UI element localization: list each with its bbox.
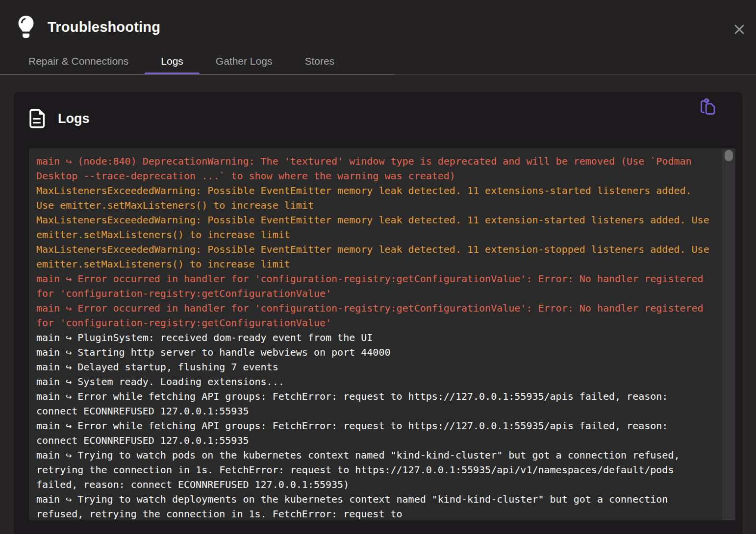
copy-logs-button[interactable] bbox=[697, 96, 719, 118]
tab-logs[interactable]: Logs bbox=[145, 48, 200, 74]
log-line: main ↪ Starting http server to handle we… bbox=[36, 345, 710, 360]
document-icon bbox=[29, 109, 45, 128]
log-line: main ↪ Error occurred in handler for 'co… bbox=[36, 301, 710, 330]
tab-label: Gather Logs bbox=[216, 55, 273, 67]
close-icon bbox=[734, 24, 745, 35]
log-scrollbar-track[interactable] bbox=[722, 148, 735, 520]
tab-stores[interactable]: Stores bbox=[288, 48, 351, 74]
lightbulb-icon bbox=[16, 15, 36, 39]
log-line: main ↪ Trying to watch deployments on th… bbox=[36, 492, 710, 520]
log-line: main ↪ System ready. Loading extensions.… bbox=[36, 374, 710, 389]
log-line: main ↪ Error while fetching API groups: … bbox=[36, 418, 710, 448]
log-scrollbar-thumb[interactable] bbox=[725, 150, 733, 161]
tab-label: Logs bbox=[161, 55, 183, 67]
log-line: main ↪ (node:840) DeprecationWarning: Th… bbox=[36, 154, 710, 183]
logs-panel: Logs main ↪ (node:840) DeprecationWarnin… bbox=[14, 92, 742, 534]
tab-bar: Repair & ConnectionsLogsGather LogsStore… bbox=[0, 48, 351, 74]
title-row: Troubleshooting bbox=[16, 15, 160, 39]
window-header: Troubleshooting Repair & ConnectionsLogs… bbox=[0, 0, 756, 75]
tab-gather-logs[interactable]: Gather Logs bbox=[200, 48, 289, 74]
log-line: MaxListenersExceededWarning: Possible Ev… bbox=[36, 242, 710, 271]
close-button[interactable] bbox=[732, 23, 746, 36]
log-line: MaxListenersExceededWarning: Possible Ev… bbox=[36, 213, 710, 242]
log-line: main ↪ Delayed startup, flushing 7 event… bbox=[36, 360, 710, 374]
log-line: main ↪ Error occurred in handler for 'co… bbox=[36, 271, 710, 301]
log-line: main ↪ Trying to watch pods on the kuber… bbox=[36, 448, 710, 492]
log-viewer[interactable]: main ↪ (node:840) DeprecationWarning: Th… bbox=[29, 148, 735, 520]
header-divider bbox=[395, 74, 756, 75]
panel-title: Logs bbox=[58, 111, 90, 126]
log-line: main ↪ Error while fetching API groups: … bbox=[36, 389, 710, 418]
tab-label: Repair & Connections bbox=[28, 55, 128, 67]
log-line: MaxListenersExceededWarning: Possible Ev… bbox=[36, 183, 710, 213]
copy-to-clipboard-icon bbox=[700, 97, 716, 116]
log-line: main ↪ PluginSystem: received dom-ready … bbox=[36, 330, 710, 345]
logs-panel-header: Logs bbox=[29, 104, 728, 133]
page-title: Troubleshooting bbox=[48, 19, 160, 35]
tab-label: Stores bbox=[304, 55, 334, 67]
tab-repair-connections[interactable]: Repair & Connections bbox=[12, 48, 145, 74]
tabbar-divider bbox=[0, 74, 395, 75]
log-output: main ↪ (node:840) DeprecationWarning: Th… bbox=[36, 154, 710, 520]
